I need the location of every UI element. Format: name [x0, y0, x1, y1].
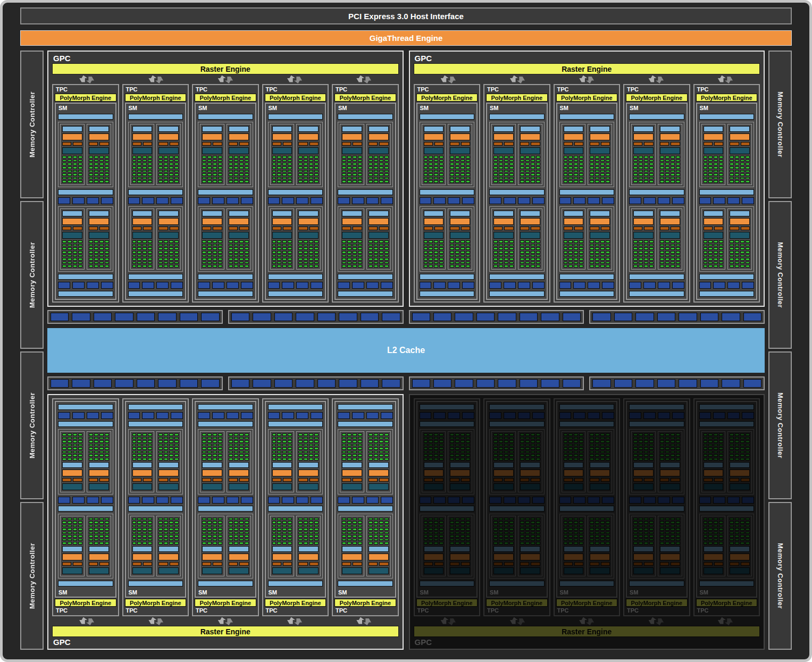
- core-cell: [735, 177, 739, 180]
- sm-block: SM: [416, 103, 478, 300]
- core-cell: [536, 262, 540, 264]
- core-cell: [62, 521, 66, 524]
- core-cell: [314, 258, 319, 261]
- core-cell: [600, 521, 605, 524]
- core-cell: [719, 521, 723, 524]
- core-cell: [595, 240, 599, 243]
- core-cell: [298, 454, 303, 457]
- shared-cache-bar: [268, 581, 323, 586]
- core-cell: [132, 247, 137, 250]
- instruction-buffer-bar: [158, 211, 179, 216]
- core-cell: [531, 166, 535, 169]
- core-cell: [704, 535, 708, 538]
- core-cell: [676, 518, 680, 521]
- core-cell: [606, 451, 610, 454]
- core-cell: [358, 180, 362, 183]
- core-cell: [148, 440, 152, 443]
- ldst-block: [573, 197, 585, 204]
- ldst-block: [643, 412, 656, 419]
- core-cell: [234, 160, 238, 162]
- arrow-cell: [329, 617, 398, 625]
- ldst-block: [588, 197, 600, 204]
- register-file-bar: [564, 147, 584, 154]
- ldst-block: [72, 497, 85, 504]
- core-cell: [148, 532, 152, 534]
- core-cell: [89, 244, 93, 247]
- register-file-bar: [342, 483, 362, 490]
- core-cell: [132, 447, 137, 450]
- dispatch-unit-row: [590, 142, 610, 146]
- core-cell: [347, 535, 351, 538]
- down-arrow-icon: [517, 618, 525, 625]
- core-cell: [94, 251, 98, 254]
- core-cell: [660, 518, 664, 521]
- ldst-block: [101, 412, 113, 419]
- core-cell: [218, 173, 222, 176]
- diagram-main-area: Memory ControllerMemory ControllerMemory…: [20, 51, 792, 650]
- arrow-cell: [483, 75, 552, 83]
- core-grid: [660, 518, 680, 545]
- core-cell: [606, 173, 610, 176]
- core-cell: [520, 518, 524, 521]
- down-arrow-icon: [363, 618, 371, 625]
- core-cell: [384, 170, 389, 173]
- core-cell: [94, 433, 98, 436]
- core-cell: [277, 265, 281, 267]
- updown-arrows-icon: [579, 617, 594, 625]
- memory-bus-block: [743, 379, 761, 388]
- sm-processing-block: [699, 122, 755, 187]
- core-cell: [564, 532, 568, 534]
- core-cell: [78, 437, 82, 440]
- sm-partition-column: [658, 208, 682, 270]
- core-cell: [676, 440, 680, 443]
- core-cell: [730, 244, 734, 247]
- core-cell: [520, 433, 524, 436]
- core-cell: [73, 451, 77, 454]
- core-cell: [347, 160, 351, 162]
- core-cell: [590, 247, 594, 250]
- core-cell: [424, 451, 428, 454]
- core-cell: [304, 433, 308, 436]
- core-cell: [531, 163, 535, 165]
- core-cell: [245, 255, 249, 257]
- core-cell: [660, 525, 664, 527]
- core-cell: [746, 156, 750, 158]
- sm-processing-block: [629, 122, 684, 187]
- register-file-bar: [590, 483, 610, 490]
- memory-bus-block: [520, 313, 538, 321]
- register-file-bar: [298, 567, 319, 574]
- core-cell: [606, 542, 610, 544]
- core-cell: [499, 542, 503, 544]
- shared-cache-bar: [629, 506, 684, 512]
- core-cell: [746, 433, 750, 436]
- warp-scheduler-bar: [590, 554, 610, 560]
- core-cell: [288, 177, 292, 180]
- dispatch-unit-bar: [531, 562, 540, 566]
- core-cell: [62, 447, 66, 450]
- sm-block: SM: [334, 103, 396, 300]
- core-cell: [229, 163, 233, 165]
- dispatch-unit-row: [298, 562, 319, 566]
- core-cell: [288, 454, 292, 457]
- dispatch-unit-bar: [143, 478, 152, 482]
- core-cell: [288, 163, 292, 165]
- core-cell: [676, 525, 680, 527]
- up-arrow-icon: [649, 76, 657, 82]
- core-cell: [89, 173, 93, 176]
- core-cell: [455, 535, 459, 538]
- core-cell: [434, 251, 438, 254]
- core-cell: [148, 528, 152, 531]
- core-cell: [434, 433, 438, 436]
- core-cell: [531, 244, 535, 247]
- core-cell: [714, 518, 718, 521]
- core-cell: [579, 525, 583, 527]
- core-cell: [574, 518, 578, 521]
- core-cell: [676, 532, 680, 534]
- core-cell: [379, 528, 383, 531]
- instruction-buffer-bar: [158, 462, 179, 468]
- warp-scheduler-bar: [730, 133, 750, 140]
- core-cell: [379, 173, 383, 176]
- core-cell: [384, 440, 389, 443]
- core-cell: [520, 156, 524, 158]
- core-cell: [424, 163, 428, 165]
